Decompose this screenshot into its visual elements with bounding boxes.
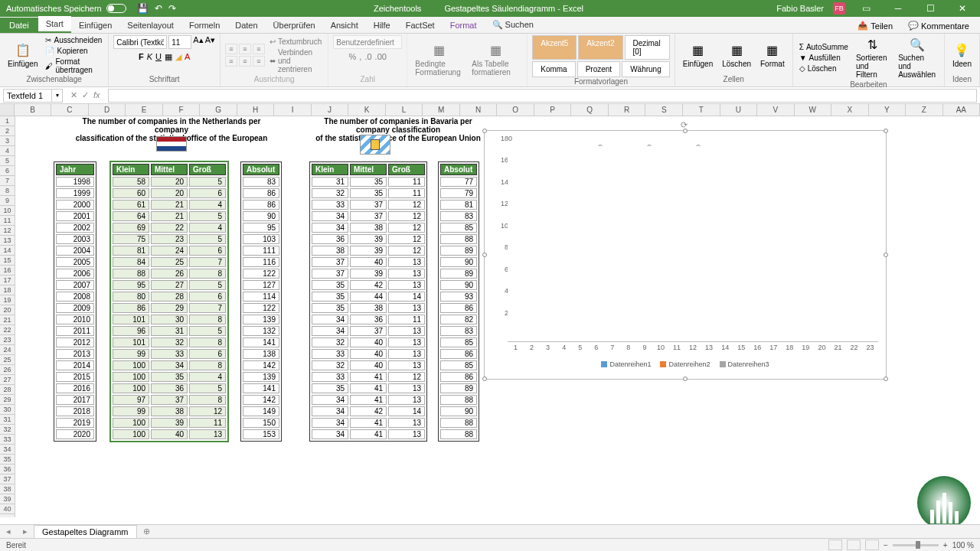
column-header[interactable]: L (386, 104, 423, 116)
tab-layout[interactable]: Seitenlayout (119, 18, 181, 33)
table-row[interactable]: 88 (440, 234, 477, 244)
row-header[interactable]: 15 (0, 256, 15, 266)
name-box[interactable]: Textfeld 1 (3, 89, 52, 103)
table-row[interactable]: 142 (243, 395, 279, 405)
ideas-button[interactable]: 💡Ideen (949, 41, 975, 70)
column-header[interactable]: B (15, 104, 52, 116)
table-row[interactable]: 95 (243, 223, 279, 233)
zoom-level[interactable]: 100 % (952, 541, 974, 549)
table-row[interactable]: 86 (243, 200, 279, 210)
table-row[interactable]: 111 (243, 246, 279, 256)
table-row[interactable]: 344113 (312, 429, 425, 439)
format-cells-button[interactable]: ▦Format (757, 41, 788, 70)
undo-icon[interactable]: ↶ (155, 3, 162, 14)
table-year[interactable]: Jahr 19981999200020012002200320042005200… (54, 161, 96, 442)
column-header[interactable]: N (460, 104, 498, 116)
table-row[interactable]: 2014 (56, 360, 94, 370)
table-row[interactable]: 2000 (56, 200, 94, 210)
row-header[interactable]: 13 (0, 236, 15, 246)
rotate-handle-icon[interactable]: ⟳ (681, 120, 688, 130)
table-row[interactable]: 116 (243, 257, 279, 267)
row-header[interactable]: 33 (0, 435, 15, 445)
row-header[interactable]: 28 (0, 385, 15, 395)
table-row[interactable]: 324013 (312, 360, 425, 370)
table-row[interactable]: 85 (440, 337, 477, 347)
row-header[interactable]: 19 (0, 295, 15, 305)
tab-data[interactable]: Daten (227, 18, 265, 33)
style-komma[interactable]: Komma (532, 61, 575, 77)
sheet-nav-next-icon[interactable]: ▸ (17, 527, 34, 536)
table-row[interactable]: 343712 (312, 211, 425, 221)
table-row[interactable]: 2016 (56, 383, 94, 393)
row-header[interactable]: 32 (0, 425, 15, 435)
table-row[interactable]: 344214 (312, 406, 425, 416)
row-header[interactable]: 17 (0, 276, 15, 285)
table-row[interactable]: 86 (440, 349, 477, 359)
table-row[interactable]: 1999 (56, 188, 94, 198)
table-row[interactable]: 86 (440, 303, 477, 313)
chart-legend[interactable]: Datenreihen1 Datenreihen2 Datenreihen3 (485, 360, 886, 368)
user-avatar[interactable]: FB (833, 2, 845, 15)
ribbon-options-icon[interactable]: ▭ (854, 3, 877, 14)
table-row[interactable]: 354213 (312, 280, 425, 290)
table-row[interactable]: 101328 (113, 337, 226, 347)
column-header[interactable]: G (200, 104, 237, 116)
table-row[interactable]: 153 (243, 429, 279, 439)
border-button[interactable]: ▦ (165, 52, 172, 62)
table-row[interactable]: 89 (440, 269, 477, 279)
row-header[interactable]: 30 (0, 405, 15, 415)
row-header[interactable]: 14 (0, 246, 15, 256)
merge-center-button[interactable]: ⬌ Verbinden und zentrieren (268, 47, 323, 74)
column-header[interactable]: S (645, 104, 683, 116)
copy-button[interactable]: 📄 Kopieren (44, 46, 103, 56)
column-header[interactable]: J (312, 104, 349, 116)
style-decimal0[interactable]: Dezimal [0] (625, 35, 670, 60)
font-color-button[interactable]: A (185, 52, 190, 62)
table-row[interactable]: 354414 (312, 292, 425, 302)
table-row[interactable]: 149 (243, 406, 279, 416)
table-row[interactable]: 82 (440, 315, 477, 324)
row-header[interactable]: 35 (0, 455, 15, 465)
table-row[interactable]: 99336 (113, 349, 226, 359)
row-header[interactable]: 5 (0, 156, 15, 166)
table-row[interactable]: 88 (440, 395, 477, 405)
table-row[interactable]: 60206 (113, 188, 226, 198)
formula-input[interactable] (108, 89, 977, 103)
row-header[interactable]: 1 (0, 116, 15, 126)
find-select-button[interactable]: 🔍Suchen und Auswählen (895, 35, 939, 80)
table-row[interactable]: 90 (440, 406, 477, 416)
style-prozent[interactable]: Prozent (577, 61, 620, 77)
table-row[interactable]: 81246 (113, 246, 226, 256)
style-accent5[interactable]: Akzent5 (532, 35, 577, 60)
table-row[interactable]: 2017 (56, 395, 94, 405)
table-row[interactable]: 127 (243, 280, 279, 290)
toggle-icon[interactable] (106, 4, 126, 13)
table-row[interactable]: 90 (440, 280, 477, 290)
table-row[interactable]: 383912 (312, 246, 425, 256)
table-row[interactable]: 2019 (56, 418, 94, 428)
style-accent2[interactable]: Akzent2 (578, 35, 622, 60)
row-header[interactable]: 39 (0, 494, 15, 504)
table-row[interactable]: 343611 (312, 315, 425, 324)
table-row[interactable]: 344113 (312, 418, 425, 428)
view-normal-icon[interactable] (828, 540, 842, 550)
column-header[interactable]: X (831, 104, 869, 116)
table-row[interactable]: 97378 (113, 395, 226, 405)
name-box-dropdown-icon[interactable]: ▾ (52, 89, 63, 103)
table-row[interactable]: 80286 (113, 292, 226, 302)
table-row[interactable]: 88 (440, 429, 477, 439)
table-row[interactable]: 93 (440, 292, 477, 302)
table-row[interactable]: 84257 (113, 257, 226, 267)
tab-formulas[interactable]: Formeln (181, 18, 227, 33)
table-row[interactable]: 122 (243, 303, 279, 313)
row-header[interactable]: 11 (0, 216, 15, 226)
table-row[interactable]: 86 (440, 372, 477, 382)
table-row[interactable]: 100354 (113, 372, 226, 382)
table-row[interactable]: 122 (243, 269, 279, 279)
table-row[interactable]: 2009 (56, 303, 94, 313)
tab-start[interactable]: Start (38, 16, 71, 33)
table-row[interactable]: 141 (243, 383, 279, 393)
autosave-toggle[interactable]: Automatisches Speichern (0, 4, 132, 13)
table-nl-abs[interactable]: Absolut 83868690951031111161221271141221… (240, 161, 282, 442)
table-row[interactable]: 85 (440, 360, 477, 370)
